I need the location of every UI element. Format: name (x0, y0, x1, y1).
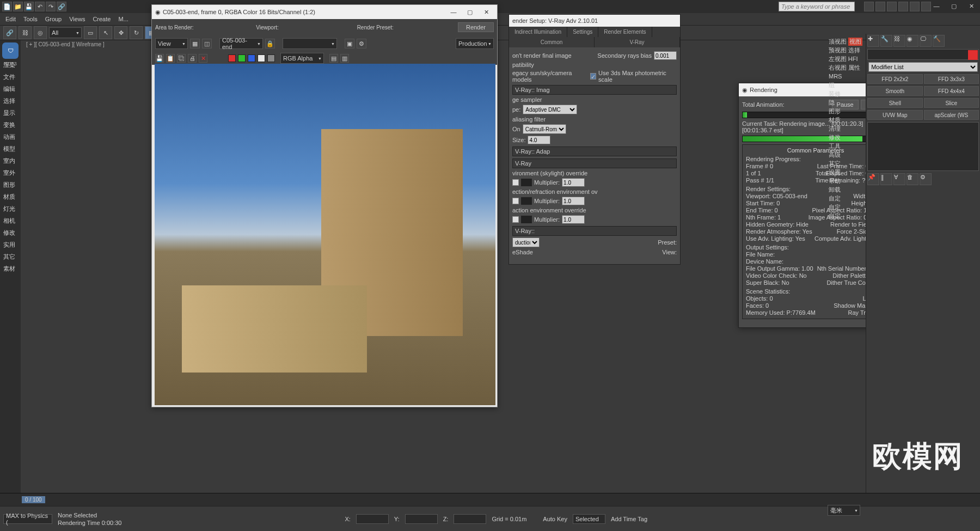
cn-hide[interactable]: 隐 (826, 98, 866, 107)
rdf3-badge[interactable]: 🛡 (2, 42, 19, 59)
crop-icon[interactable]: ◫ (202, 39, 212, 48)
cn-left-view[interactable]: 左视图 HFI (826, 54, 866, 63)
mult3-input[interactable] (562, 215, 585, 224)
cn-cust1[interactable]: 自定 (826, 194, 866, 203)
shell-btn[interactable]: Shell (867, 98, 923, 108)
frame-indicator[interactable]: 0 / 100 (22, 496, 45, 503)
save-icon[interactable]: 💾 (24, 2, 34, 11)
modifier-list-dropdown[interactable]: Modifier List (868, 62, 978, 72)
toggle2-icon[interactable]: ▥ (340, 54, 349, 63)
cn-item-exterior[interactable]: 室外 (0, 168, 22, 180)
refr-checkbox[interactable] (512, 198, 519, 204)
maxscript-field[interactable]: MAX to Physics ( (3, 514, 52, 524)
cn-help2[interactable]: 帮助 (826, 176, 866, 185)
cn-item-light[interactable]: 灯光 (0, 204, 22, 216)
rgba-dropdown[interactable]: RGB Alpha (280, 53, 324, 64)
action-color[interactable] (521, 216, 532, 223)
cn-item-shape[interactable]: 图形 (0, 180, 22, 192)
cn-cust2[interactable]: 自定 (826, 203, 866, 211)
cn-adv2[interactable]: 高级 (826, 150, 866, 159)
tool-icon-3[interactable] (887, 2, 897, 11)
cn-item-anim[interactable]: 动画 (0, 132, 22, 144)
maximize-btn[interactable]: ▢ (945, 0, 963, 12)
mono-channel-icon[interactable] (267, 54, 275, 62)
section-image-sampler[interactable]: V-Ray:: Imag (512, 85, 677, 95)
copy-img-icon[interactable]: 📋 (166, 54, 175, 63)
save-img-icon[interactable]: 💾 (155, 54, 164, 63)
y-input[interactable] (405, 514, 438, 524)
cn-item-select[interactable]: 选择 (0, 96, 22, 108)
cn-item-model[interactable]: 模型 (0, 144, 22, 156)
link-tool-icon[interactable]: 🔗 (3, 26, 16, 39)
rw-min-btn[interactable]: — (446, 7, 461, 17)
cn-cust3[interactable]: 自定 (826, 211, 866, 220)
smooth-btn[interactable]: Smooth (867, 86, 923, 96)
net-render-icon[interactable]: ▣ (345, 39, 354, 48)
production-dropdown[interactable]: Production (456, 38, 494, 49)
section-vray2[interactable]: V-Ray:: (512, 226, 677, 236)
tool-icon-2[interactable] (875, 2, 885, 11)
action-checkbox[interactable] (512, 216, 519, 223)
hierarchy-tab-icon[interactable]: ⛓ (893, 35, 905, 47)
minimize-btn[interactable]: — (928, 0, 945, 12)
ffd4-btn[interactable]: FFD 4x4x4 (924, 86, 979, 96)
green-channel-icon[interactable] (238, 54, 246, 62)
open-icon[interactable]: 📁 (13, 2, 23, 11)
addtime-label[interactable]: Add Time Tag (611, 516, 647, 522)
move-tool-icon[interactable]: ✥ (114, 26, 127, 39)
ffd3-btn[interactable]: FFD 3x3x3 (924, 74, 979, 84)
motion-tab-icon[interactable]: ◉ (906, 35, 918, 47)
lock-icon[interactable]: 🔒 (265, 39, 275, 48)
skylight-checkbox[interactable] (512, 179, 519, 186)
selected-dropdown[interactable]: Selected (573, 514, 605, 524)
tool-icon-1[interactable] (864, 2, 874, 11)
cn-decor[interactable]: 装修 (826, 89, 866, 98)
area-dropdown[interactable]: View (155, 38, 188, 49)
timeline[interactable]: 0 / 100 (0, 493, 980, 506)
cn-top-view[interactable]: 顶视图 视图 (826, 37, 866, 46)
utilities-tab-icon[interactable]: 🔨 (933, 35, 945, 47)
filter-dropdown[interactable]: Catmull-Rom (523, 124, 566, 134)
object-name-field[interactable] (867, 49, 979, 60)
rw-max-btn[interactable]: ▢ (462, 7, 477, 17)
ffd2-btn[interactable]: FFD 2x2x2 (867, 74, 923, 84)
toggle1-icon[interactable]: ▤ (329, 54, 338, 63)
cn-mrs[interactable]: MRS (826, 72, 866, 81)
undo-icon[interactable]: ↶ (35, 2, 45, 11)
cn-uninst[interactable]: 卸载 (826, 185, 866, 194)
alpha-channel-icon[interactable] (258, 54, 265, 62)
cn-item-display[interactable]: 显示 (0, 108, 22, 120)
cn-item-material[interactable]: 材质 (0, 192, 22, 204)
menu-group[interactable]: Group (45, 16, 62, 22)
slice-btn[interactable]: Slice (924, 98, 979, 108)
tab-elements[interactable]: Render Elements (598, 27, 652, 37)
render-window-titlebar[interactable]: ◉ C05-003-end, frame 0, RGBA Color 16 Bi… (152, 5, 497, 19)
apscaler-btn[interactable]: apScaler (WS (924, 110, 979, 120)
cn-mat2[interactable]: 材质 (826, 115, 866, 124)
region-icon[interactable]: ▦ (190, 39, 200, 48)
cn-item-utility[interactable]: 实用 (0, 240, 22, 252)
mult2-input[interactable] (562, 197, 585, 205)
duction-dropdown[interactable]: duction (512, 237, 540, 247)
object-color-swatch[interactable] (968, 50, 978, 60)
filter-dropdown[interactable]: All (49, 27, 82, 38)
cn-other2[interactable]: 其它 (826, 159, 866, 168)
cn-clean[interactable]: 清理 (826, 124, 866, 133)
section-vray-env[interactable]: V-Ray (512, 158, 677, 168)
tool-icon-5[interactable] (910, 2, 920, 11)
menu-more[interactable]: M... (118, 16, 128, 22)
tab-indirect[interactable]: Indirect Illumination (509, 27, 567, 37)
cn-item-modify[interactable]: 修改 (0, 228, 22, 240)
close-btn[interactable]: ✕ (963, 0, 980, 12)
cn-tool2[interactable]: 工具 (826, 142, 866, 150)
cn-item-transform[interactable]: 变换 (0, 120, 22, 132)
select-tool-icon[interactable]: ▭ (84, 26, 97, 39)
cn-shape2[interactable]: 图形 (826, 107, 866, 115)
tab-common[interactable]: Common (509, 37, 595, 47)
cn-group[interactable]: 组 (826, 81, 866, 89)
link-icon[interactable]: 🔗 (57, 2, 66, 11)
modifier-stack[interactable] (867, 122, 979, 171)
cn-mod2[interactable]: 修改 (826, 133, 866, 142)
menu-tools[interactable]: Tools (23, 16, 38, 22)
search-input[interactable]: Type a keyword or phrase (779, 2, 855, 11)
